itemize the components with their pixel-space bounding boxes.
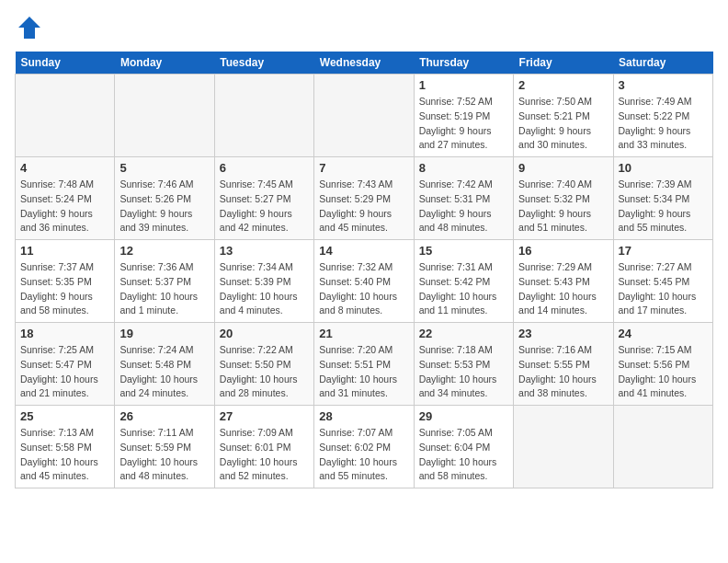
day-info: Sunrise: 7:39 AMSunset: 5:34 PMDaylight:… [619,178,708,236]
calendar-week-row: 18Sunrise: 7:25 AMSunset: 5:47 PMDayligh… [16,323,713,406]
weekday-header: Saturday [613,52,712,75]
day-number: 10 [619,161,708,175]
weekday-header: Thursday [414,52,513,75]
day-info: Sunrise: 7:27 AMSunset: 5:45 PMDaylight:… [619,260,708,318]
weekday-header: Friday [514,52,613,75]
calendar-day-cell: 2Sunrise: 7:50 AMSunset: 5:21 PMDaylight… [514,75,613,157]
page-header [15,15,713,40]
day-info: Sunrise: 7:22 AMSunset: 5:50 PMDaylight:… [220,343,309,401]
calendar-day-cell: 4Sunrise: 7:48 AMSunset: 5:24 PMDaylight… [16,157,115,240]
calendar-week-row: 1Sunrise: 7:52 AMSunset: 5:19 PMDaylight… [16,75,713,157]
day-number: 28 [319,409,408,423]
calendar-day-cell: 11Sunrise: 7:37 AMSunset: 5:35 PMDayligh… [16,240,115,323]
calendar-day-cell: 3Sunrise: 7:49 AMSunset: 5:22 PMDaylight… [613,75,712,157]
day-number: 11 [20,244,109,258]
calendar-day-cell: 22Sunrise: 7:18 AMSunset: 5:53 PMDayligh… [414,323,513,406]
calendar-day-cell [613,406,712,488]
day-number: 24 [619,327,708,340]
day-number: 14 [319,244,408,258]
day-number: 15 [419,244,508,258]
day-number: 7 [319,161,408,175]
calendar-day-cell [514,406,613,488]
day-number: 23 [518,327,608,340]
calendar-day-cell: 25Sunrise: 7:13 AMSunset: 5:58 PMDayligh… [16,406,115,488]
calendar-day-cell: 29Sunrise: 7:05 AMSunset: 6:04 PMDayligh… [414,406,513,488]
calendar-day-cell: 24Sunrise: 7:15 AMSunset: 5:56 PMDayligh… [613,323,712,406]
weekday-header: Tuesday [214,52,313,75]
day-number: 16 [518,244,608,258]
calendar-day-cell [314,75,414,157]
weekday-header: Wednesday [314,52,414,75]
day-number: 19 [119,327,209,340]
day-number: 17 [619,244,708,258]
logo-icon [17,15,42,40]
calendar-week-row: 25Sunrise: 7:13 AMSunset: 5:58 PMDayligh… [16,406,713,488]
calendar-week-row: 11Sunrise: 7:37 AMSunset: 5:35 PMDayligh… [16,240,713,323]
day-info: Sunrise: 7:07 AMSunset: 6:02 PMDaylight:… [319,426,408,484]
day-number: 8 [419,161,508,175]
day-number: 22 [419,327,508,340]
calendar-day-cell: 13Sunrise: 7:34 AMSunset: 5:39 PMDayligh… [214,240,313,323]
day-number: 26 [119,409,209,423]
day-info: Sunrise: 7:48 AMSunset: 5:24 PMDaylight:… [20,178,109,236]
day-info: Sunrise: 7:24 AMSunset: 5:48 PMDaylight:… [119,343,209,401]
day-number: 27 [220,409,309,423]
weekday-header: Monday [115,52,214,75]
day-info: Sunrise: 7:09 AMSunset: 6:01 PMDaylight:… [220,426,309,484]
calendar-day-cell: 9Sunrise: 7:40 AMSunset: 5:32 PMDaylight… [514,157,613,240]
day-number: 1 [419,78,508,92]
weekday-header: Sunday [16,52,115,75]
calendar-day-cell [16,75,115,157]
day-info: Sunrise: 7:45 AMSunset: 5:27 PMDaylight:… [220,178,309,236]
day-number: 20 [220,327,309,340]
day-number: 6 [220,161,309,175]
calendar-day-cell: 26Sunrise: 7:11 AMSunset: 5:59 PMDayligh… [115,406,214,488]
logo [15,15,42,40]
day-number: 13 [220,244,309,258]
day-number: 2 [518,78,608,92]
day-info: Sunrise: 7:29 AMSunset: 5:43 PMDaylight:… [518,260,608,318]
calendar-day-cell: 21Sunrise: 7:20 AMSunset: 5:51 PMDayligh… [314,323,414,406]
day-number: 5 [119,161,209,175]
calendar-day-cell: 23Sunrise: 7:16 AMSunset: 5:55 PMDayligh… [514,323,613,406]
day-info: Sunrise: 7:13 AMSunset: 5:58 PMDaylight:… [20,426,109,484]
day-info: Sunrise: 7:40 AMSunset: 5:32 PMDaylight:… [518,178,608,236]
calendar-week-row: 4Sunrise: 7:48 AMSunset: 5:24 PMDaylight… [16,157,713,240]
calendar-day-cell: 18Sunrise: 7:25 AMSunset: 5:47 PMDayligh… [16,323,115,406]
calendar-day-cell: 27Sunrise: 7:09 AMSunset: 6:01 PMDayligh… [214,406,313,488]
day-info: Sunrise: 7:31 AMSunset: 5:42 PMDaylight:… [419,260,508,318]
calendar-day-cell: 12Sunrise: 7:36 AMSunset: 5:37 PMDayligh… [115,240,214,323]
calendar-day-cell: 7Sunrise: 7:43 AMSunset: 5:29 PMDaylight… [314,157,414,240]
day-number: 12 [119,244,209,258]
day-info: Sunrise: 7:50 AMSunset: 5:21 PMDaylight:… [518,95,608,153]
day-number: 3 [619,78,708,92]
day-number: 29 [419,409,508,423]
day-info: Sunrise: 7:46 AMSunset: 5:26 PMDaylight:… [119,178,209,236]
day-info: Sunrise: 7:37 AMSunset: 5:35 PMDaylight:… [20,260,109,318]
day-info: Sunrise: 7:20 AMSunset: 5:51 PMDaylight:… [319,343,408,401]
calendar-day-cell: 20Sunrise: 7:22 AMSunset: 5:50 PMDayligh… [214,323,313,406]
calendar-header-row: SundayMondayTuesdayWednesdayThursdayFrid… [16,52,713,75]
calendar-day-cell: 8Sunrise: 7:42 AMSunset: 5:31 PMDaylight… [414,157,513,240]
day-info: Sunrise: 7:32 AMSunset: 5:40 PMDaylight:… [319,260,408,318]
svg-marker-0 [18,17,40,39]
day-info: Sunrise: 7:43 AMSunset: 5:29 PMDaylight:… [319,178,408,236]
calendar-day-cell: 6Sunrise: 7:45 AMSunset: 5:27 PMDaylight… [214,157,313,240]
calendar-day-cell: 10Sunrise: 7:39 AMSunset: 5:34 PMDayligh… [613,157,712,240]
day-info: Sunrise: 7:34 AMSunset: 5:39 PMDaylight:… [220,260,309,318]
calendar-day-cell: 1Sunrise: 7:52 AMSunset: 5:19 PMDaylight… [414,75,513,157]
day-number: 25 [20,409,109,423]
day-number: 4 [20,161,109,175]
calendar-day-cell: 15Sunrise: 7:31 AMSunset: 5:42 PMDayligh… [414,240,513,323]
day-number: 21 [319,327,408,340]
day-info: Sunrise: 7:42 AMSunset: 5:31 PMDaylight:… [419,178,508,236]
day-info: Sunrise: 7:36 AMSunset: 5:37 PMDaylight:… [119,260,209,318]
calendar-day-cell: 14Sunrise: 7:32 AMSunset: 5:40 PMDayligh… [314,240,414,323]
calendar-day-cell [115,75,214,157]
calendar-day-cell: 28Sunrise: 7:07 AMSunset: 6:02 PMDayligh… [314,406,414,488]
day-info: Sunrise: 7:11 AMSunset: 5:59 PMDaylight:… [119,426,209,484]
day-info: Sunrise: 7:25 AMSunset: 5:47 PMDaylight:… [20,343,109,401]
day-info: Sunrise: 7:05 AMSunset: 6:04 PMDaylight:… [419,426,508,484]
day-number: 9 [518,161,608,175]
day-info: Sunrise: 7:16 AMSunset: 5:55 PMDaylight:… [518,343,608,401]
